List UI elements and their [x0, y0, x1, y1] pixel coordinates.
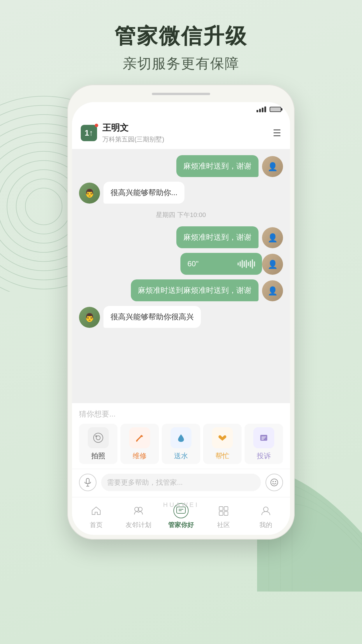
- suggestion-item-help[interactable]: 帮忙: [203, 424, 242, 464]
- bubble-sent-2: 麻烦准时送到，谢谢: [176, 226, 259, 248]
- friends-icon: [131, 503, 146, 518]
- voice-bar-8: [252, 259, 253, 269]
- signal-bar-4: [264, 106, 266, 112]
- suggestion-photo-icon: [88, 427, 109, 448]
- nav-profile[interactable]: 我的: [245, 500, 287, 533]
- chat-input[interactable]: 需要更多帮助，找管家...: [101, 474, 261, 491]
- voice-bar-1: [238, 262, 239, 265]
- nav-friends[interactable]: 友邻计划: [117, 500, 160, 533]
- input-placeholder: 需要更多帮助，找管家...: [107, 478, 183, 487]
- suggestion-complaint-icon: [253, 427, 274, 448]
- voice-bar-5: [246, 260, 247, 268]
- voice-wave: [202, 259, 255, 269]
- svg-rect-31: [219, 512, 223, 515]
- message-voice: 60": [79, 253, 283, 275]
- signal-bar-3: [262, 108, 263, 112]
- avatar-user-3: 👤: [262, 254, 283, 275]
- message-sent-1: 麻烦准时送到，谢谢 👤: [79, 155, 283, 177]
- chat-logo: 1↑: [81, 125, 97, 141]
- svg-rect-29: [219, 507, 223, 510]
- bubble-received-2: 很高兴能够帮助你很高兴: [103, 306, 201, 328]
- avatar-img-user-2: 👤: [262, 227, 283, 248]
- profile-icon: [258, 503, 273, 518]
- svg-point-0: [25, 188, 62, 225]
- menu-icon[interactable]: ☰: [273, 127, 281, 139]
- suggestion-water-icon: [171, 427, 191, 448]
- phone-outer: 1↑ 王明文 万科第五园(三期别墅) ☰ 麻烦准时送到，谢谢: [67, 85, 295, 540]
- nav-community[interactable]: 社区: [202, 500, 245, 533]
- emoji-button[interactable]: [266, 474, 283, 491]
- avatar-img-agent-1: 👨: [79, 183, 100, 204]
- nav-home[interactable]: 首页: [75, 500, 117, 533]
- bubble-voice: 60": [180, 253, 262, 275]
- voice-bar-9: [254, 261, 255, 267]
- voice-bar-3: [242, 260, 243, 268]
- input-bar: 需要更多帮助，找管家...: [72, 469, 290, 497]
- suggestion-item-complaint[interactable]: 投诉: [245, 424, 283, 464]
- svg-rect-32: [224, 512, 228, 515]
- svg-rect-13: [95, 435, 97, 437]
- suggestion-help-icon: [212, 427, 233, 448]
- message-received-1: 👨 很高兴能够帮助你...: [79, 182, 283, 204]
- nav-community-label: 社区: [217, 521, 230, 529]
- signal-bar-1: [256, 110, 258, 112]
- suggestion-help-label: 帮忙: [215, 451, 229, 461]
- suggestion-photo-label: 拍照: [91, 451, 105, 461]
- suggestion-repair-label: 维修: [133, 451, 147, 461]
- suggestion-water-label: 送水: [174, 451, 188, 461]
- suggestion-hint: 猜你想要...: [79, 409, 283, 419]
- avatar-img-user-1: 👤: [262, 156, 283, 177]
- time-divider: 星期四 下午10:00: [79, 211, 283, 219]
- suggestion-complaint-label: 投诉: [257, 451, 271, 461]
- signal-bar-2: [259, 109, 261, 112]
- battery-icon: [270, 107, 281, 112]
- avatar-img-agent-2: 👨: [79, 307, 100, 328]
- huawei-brand: HUAWEI: [163, 501, 199, 509]
- svg-point-23: [275, 481, 276, 482]
- avatar-user-1: 👤: [262, 156, 283, 177]
- voice-bar-4: [244, 261, 245, 267]
- main-subtitle: 亲切服务更有保障: [0, 54, 362, 73]
- svg-rect-30: [224, 507, 228, 510]
- suggestion-item-photo[interactable]: 拍照: [79, 424, 117, 464]
- chat-header: 1↑ 王明文 万科第五园(三期别墅) ☰: [72, 117, 290, 149]
- svg-rect-18: [86, 478, 89, 484]
- nav-profile-label: 我的: [259, 521, 272, 529]
- contact-name: 王明文: [102, 122, 273, 134]
- svg-rect-15: [261, 437, 266, 437]
- avatar-agent-1: 👨: [79, 183, 100, 204]
- home-icon: [89, 503, 104, 518]
- svg-point-22: [273, 481, 274, 482]
- signal-bars: [256, 106, 266, 112]
- phone-notch: [152, 93, 210, 95]
- header-section: 管家微信升级 亲切服务更有保障: [0, 23, 362, 73]
- voice-bar-2: [240, 261, 241, 267]
- community-icon: [216, 503, 231, 518]
- suggestion-repair-icon: [129, 427, 150, 448]
- message-sent-2: 麻烦准时送到，谢谢 👤: [79, 226, 283, 248]
- nav-friends-label: 友邻计划: [126, 521, 151, 529]
- bubble-sent-1: 麻烦准时送到，谢谢: [176, 155, 259, 177]
- phone-mockup: 1↑ 王明文 万科第五园(三期别墅) ☰ 麻烦准时送到，谢谢: [67, 85, 295, 540]
- nav-home-label: 首页: [90, 521, 103, 529]
- avatar-agent-2: 👨: [79, 307, 100, 328]
- status-bar: [72, 102, 290, 117]
- suggestion-icons: 拍照 维修: [79, 424, 283, 464]
- voice-bar-6: [248, 262, 249, 266]
- suggestion-item-water[interactable]: 送水: [162, 424, 200, 464]
- suggestion-item-repair[interactable]: 维修: [120, 424, 159, 464]
- bubble-received-1: 很高兴能够帮助你...: [103, 182, 184, 204]
- chat-header-info: 王明文 万科第五园(三期别墅): [102, 122, 273, 144]
- contact-subtitle: 万科第五园(三期别墅): [102, 135, 273, 144]
- chat-content: 1↑ 王明文 万科第五园(三期别墅) ☰ 麻烦准时送到，谢谢: [72, 117, 290, 535]
- mic-button[interactable]: [79, 474, 96, 491]
- avatar-img-user-3: 👤: [262, 254, 283, 275]
- message-received-2: 👨 很高兴能够帮助你很高兴: [79, 306, 283, 328]
- message-sent-3: 麻烦准时送到麻烦准时送到，谢谢 👤: [79, 279, 283, 301]
- svg-rect-16: [261, 438, 265, 438]
- chat-messages: 麻烦准时送到，谢谢 👤 👨 很高兴能够帮助你... 星期四 下午10:00: [72, 149, 290, 403]
- svg-rect-17: [261, 439, 264, 440]
- avatar-img-user-4: 👤: [262, 280, 283, 301]
- chat-logo-text: 1↑: [85, 128, 93, 138]
- voice-bar-7: [250, 261, 251, 267]
